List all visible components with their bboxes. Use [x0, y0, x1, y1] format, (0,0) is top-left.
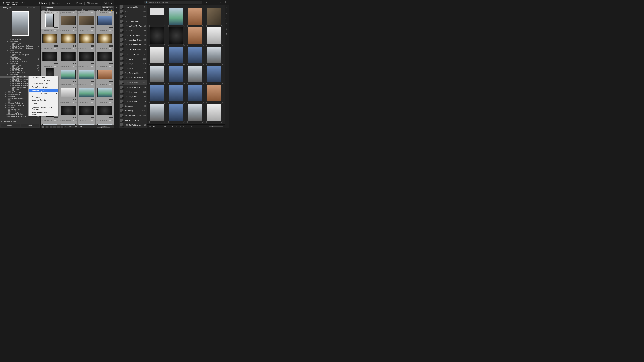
grid-cell[interactable]: 9d798-5021.CR2⟲	[40, 47, 59, 65]
grid-cell[interactable]: 20d798-5032.CR2⟲	[96, 83, 114, 101]
collection-item[interactable]: ▼d798 set	[0, 73, 40, 76]
collection-item[interactable]: ⇄d793 (all)	[0, 38, 40, 40]
add-icon[interactable]: +	[38, 121, 39, 123]
flag-icon[interactable]	[187, 45, 188, 46]
thumbnail[interactable]	[97, 88, 112, 97]
grid-cell[interactable]: 7d798-5019.CR2⟲	[77, 29, 96, 47]
flag-icon[interactable]	[149, 45, 150, 46]
nav-zoom-2:1[interactable]: 2:1	[36, 7, 38, 8]
grid-cell[interactable]: 15d798-5027.CR2⟲	[77, 65, 96, 83]
grid-cell[interactable]: 5d798-5017.CR2⟲	[40, 29, 59, 47]
thumbnail[interactable]	[42, 52, 57, 61]
flag-icon[interactable]	[168, 25, 169, 27]
flag-icon[interactable]	[168, 83, 169, 84]
album-item[interactable]: d798 Tokyo808	[119, 66, 147, 71]
nav-zoom-FILL[interactable]: FILL	[30, 7, 32, 8]
grid-cell[interactable]: 25d798-5037.CR2⟲	[40, 119, 59, 125]
grid-cell[interactable]: 12d798-5024.CR2⟲	[96, 47, 114, 65]
thumbnail[interactable]	[61, 124, 76, 125]
menu-item[interactable]: Lightroom CC Links▸	[28, 92, 58, 95]
disclosure-icon[interactable]: ▸	[5, 93, 6, 95]
loupe-view-button[interactable]	[46, 125, 48, 128]
album-item[interactable]: d795 GFX H2H picks4	[119, 47, 147, 52]
flag-icon[interactable]	[187, 121, 188, 123]
export-button[interactable]: Export...	[21, 124, 40, 127]
flag-pick-icon[interactable]: ⚑	[171, 125, 174, 128]
cc-grid-cell[interactable]: ✓	[206, 65, 223, 84]
thumbnail-size-slider[interactable]: Thumbnails	[97, 125, 110, 128]
collection-item[interactable]: ⇄d796 D850 H2H picks11	[0, 60, 40, 62]
cc-grid-cell[interactable]: ✓	[148, 84, 166, 104]
album-item[interactable]: d798 Tokyo architecture77	[119, 71, 147, 75]
thumbnail[interactable]	[97, 70, 112, 79]
cc-thumbnail[interactable]	[169, 8, 183, 25]
cc-grid-cell[interactable]: ✓	[186, 8, 204, 27]
collection-item[interactable]: ▼d795 set	[0, 49, 40, 51]
disclosure-icon[interactable]: ▸	[5, 104, 6, 106]
flag-icon[interactable]	[168, 45, 169, 46]
grid-cell[interactable]: 23d798-5035.CR2⟲	[77, 101, 96, 119]
grid-cell[interactable]: 26d798-5038.CR2⟲	[59, 119, 77, 125]
album-item[interactable]: Sony A7R III picks57	[119, 118, 147, 123]
album-item[interactable]: Interesting4,285	[119, 108, 147, 113]
grid-cell[interactable]: 16d798-5028.CR2⟲	[96, 65, 114, 83]
menu-item[interactable]: Duplicate Collection	[28, 98, 58, 101]
thumbnail[interactable]	[61, 16, 76, 25]
album-item[interactable]: d781 Dawlish edits67	[119, 19, 147, 23]
cycle-icon[interactable]: ⟲	[75, 48, 76, 49]
flag-icon[interactable]	[149, 121, 150, 123]
disclosure-icon[interactable]: ▸	[5, 91, 6, 93]
flag-icon[interactable]	[168, 121, 169, 123]
flag-icon[interactable]	[149, 25, 150, 27]
cycle-icon[interactable]: ⟲	[94, 102, 95, 103]
menu-item[interactable]: Rename...	[28, 96, 58, 98]
filter-dropdown-icon[interactable]: ▾	[109, 9, 110, 11]
cc-thumbnail[interactable]	[208, 27, 222, 44]
nav-zoom-1:1[interactable]: 1:1	[33, 7, 35, 8]
album-item[interactable]: Ilfracombe harbour m...13	[119, 104, 147, 108]
sort-icon[interactable]: ≡▾	[164, 125, 166, 128]
search-input[interactable]: 🔍 Search d798 Tokyo picks	[144, 1, 202, 4]
flag-icon[interactable]	[187, 83, 188, 84]
disclosure-icon[interactable]: ▸	[5, 95, 6, 98]
cycle-icon[interactable]: ⟲	[112, 102, 113, 103]
grid-cell[interactable]: 14d798-5026.CR2⟲	[59, 65, 77, 83]
grid-cell[interactable]: 18d798-5030.CR2⟲	[59, 83, 77, 101]
cycle-icon[interactable]: ⟲	[75, 12, 76, 13]
breadcrumb-root[interactable]: Lightroom CC	[46, 6, 56, 8]
cycle-icon[interactable]: ⟲	[75, 102, 76, 103]
cc-grid-cell[interactable]: ✓	[206, 104, 223, 123]
cc-thumbnail[interactable]	[208, 66, 222, 82]
cycle-icon[interactable]: ⟲	[94, 84, 95, 85]
disclosure-icon[interactable]: ▸	[8, 76, 10, 78]
thumbnail[interactable]	[79, 124, 94, 125]
cycle-icon[interactable]: ⟲	[94, 12, 95, 13]
cc-thumbnail[interactable]	[150, 8, 164, 25]
flag-icon[interactable]	[149, 102, 150, 103]
publish-services-header[interactable]: ▶ Publish Services +	[0, 120, 40, 123]
nav-zoom-FIT[interactable]: FIT	[27, 7, 29, 8]
back-icon[interactable]: ←	[43, 6, 44, 8]
album-item[interactable]: Matilda's photo album295	[119, 113, 147, 118]
thumbnail[interactable]	[79, 16, 94, 25]
sort-value[interactable]: Capture Time	[74, 126, 82, 127]
cycle-icon[interactable]: ⟲	[57, 120, 58, 121]
collection-item[interactable]: ▼d794 set	[0, 40, 40, 43]
heal-icon[interactable]: ◒	[226, 17, 228, 20]
module-map[interactable]: Map	[66, 2, 71, 5]
menu-item[interactable]: Create Smart Collection...	[28, 79, 58, 82]
cc-grid-cell[interactable]: ✓	[167, 84, 185, 104]
sort-direction-icon[interactable]: a↓	[66, 126, 67, 127]
brush-icon[interactable]: ✎	[226, 22, 228, 25]
flag-reject-icon[interactable]: ⚐	[175, 125, 178, 128]
module-overflow-icon[interactable]: ▸	[111, 1, 112, 5]
flag-icon[interactable]	[168, 102, 169, 103]
cc-grid-cell[interactable]: ✓	[148, 8, 166, 27]
disclosure-icon[interactable]: ▸	[5, 100, 6, 102]
flag-icon[interactable]	[206, 64, 208, 65]
grid-cell[interactable]: 10d798-5022.CR2⟲	[59, 47, 77, 65]
cc-grid-cell[interactable]: ✓	[186, 46, 204, 65]
thumbnail[interactable]	[97, 16, 112, 25]
grid-cell[interactable]: 4d798-5016.CR2⟲	[96, 11, 114, 29]
cycle-icon[interactable]: ⟲	[112, 12, 113, 13]
